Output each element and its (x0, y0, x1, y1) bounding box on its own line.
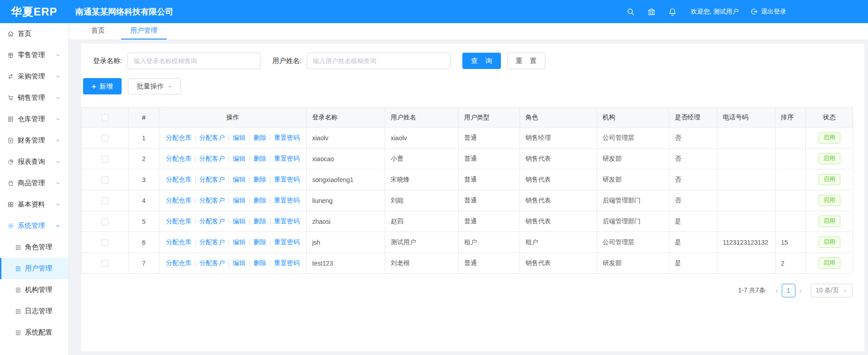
sidebar-subitem-log[interactable]: 日志管理 (0, 301, 69, 322)
cell-org: 公司管理层 (597, 232, 669, 253)
edit-link[interactable]: 编辑 (233, 259, 245, 266)
sidebar-item-system[interactable]: 系统管理 (0, 215, 69, 237)
reset-password-link[interactable]: 重置密码 (274, 155, 299, 162)
assign-customer-link[interactable]: 分配客户 (199, 155, 225, 162)
delete-link[interactable]: 删除 (254, 238, 266, 246)
sidebar-item-products[interactable]: 商品管理 (0, 173, 69, 194)
edit-link[interactable]: 编辑 (233, 155, 245, 162)
table-row: 4分配仓库|分配客户|编辑|删除|重置密码liuneng刘能普通销售代表后端管理… (82, 190, 853, 211)
delete-link[interactable]: 删除 (254, 155, 266, 162)
home-icon (7, 30, 14, 37)
assign-warehouse-link[interactable]: 分配仓库 (166, 238, 191, 246)
reset-button[interactable]: 重 置 (507, 53, 545, 69)
action-separator: | (270, 217, 271, 225)
assign-customer-link[interactable]: 分配客户 (199, 197, 225, 204)
row-checkbox[interactable] (102, 197, 108, 204)
row-index: 7 (129, 253, 159, 274)
row-checkbox[interactable] (102, 156, 108, 163)
assign-warehouse-link[interactable]: 分配仓库 (166, 259, 191, 266)
column-header-user-type: 用户类型 (459, 108, 520, 128)
sidebar-item-label: 机构管理 (25, 286, 52, 294)
action-separator: | (270, 197, 271, 204)
tab-bar: 首页 用户管理 (69, 23, 868, 40)
select-all-checkbox[interactable] (102, 114, 108, 121)
assign-customer-link[interactable]: 分配客户 (199, 217, 225, 225)
row-checkbox[interactable] (102, 260, 108, 267)
row-checkbox[interactable] (102, 135, 108, 142)
next-page-button[interactable]: › (795, 286, 805, 295)
assign-warehouse-link[interactable]: 分配仓库 (166, 176, 191, 183)
bell-icon[interactable] (668, 7, 677, 16)
sidebar-item-home[interactable]: 首页 (0, 23, 69, 44)
row-checkbox[interactable] (102, 177, 108, 183)
assign-customer-link[interactable]: 分配客户 (199, 238, 225, 246)
edit-link[interactable]: 编辑 (233, 238, 245, 246)
sidebar-item-basic-data[interactable]: 基本资料 (0, 194, 69, 215)
sidebar-subitem-org[interactable]: 机构管理 (0, 279, 69, 301)
user-name-input[interactable] (307, 53, 451, 69)
row-checkbox[interactable] (102, 218, 108, 225)
row-checkbox[interactable] (102, 239, 108, 246)
column-header-login-name: 登录名称 (307, 108, 385, 128)
sidebar-item-finance[interactable]: 财务管理 (0, 130, 69, 151)
sidebar-item-purchase[interactable]: 采购管理 (0, 66, 69, 87)
logout-button[interactable]: 退出登录 (750, 8, 786, 16)
sidebar-item-warehouse[interactable]: 仓库管理 (0, 108, 69, 130)
edit-link[interactable]: 编辑 (233, 197, 245, 204)
tab-user-management[interactable]: 用户管理 (121, 23, 167, 39)
reset-password-link[interactable]: 重置密码 (274, 176, 299, 183)
edit-link[interactable]: 编辑 (233, 134, 245, 141)
cell-sort (775, 211, 806, 232)
query-button[interactable]: 查 询 (462, 53, 500, 69)
cell-phone (717, 148, 775, 169)
delete-link[interactable]: 删除 (254, 176, 266, 183)
row-index: 2 (129, 148, 159, 169)
status-badge: 启用 (819, 257, 840, 269)
cell-is-manager: 否 (669, 190, 717, 211)
delete-link[interactable]: 删除 (254, 217, 266, 225)
reset-password-link[interactable]: 重置密码 (274, 217, 299, 225)
row-select-cell (82, 128, 129, 148)
row-index: 1 (129, 128, 159, 148)
cell-user-type: 普通 (459, 253, 520, 274)
add-button[interactable]: + 新增 (83, 78, 122, 94)
logout-icon (750, 8, 758, 15)
sidebar-subitem-user[interactable]: 用户管理 (0, 258, 69, 279)
sidebar-item-retail[interactable]: 零售管理 (0, 44, 69, 66)
assign-warehouse-link[interactable]: 分配仓库 (166, 134, 191, 141)
assign-warehouse-link[interactable]: 分配仓库 (166, 197, 191, 204)
delete-link[interactable]: 删除 (254, 259, 266, 266)
reset-password-link[interactable]: 重置密码 (274, 134, 299, 141)
assign-customer-link[interactable]: 分配客户 (199, 134, 225, 141)
prev-page-button[interactable]: ‹ (772, 286, 782, 295)
delete-link[interactable]: 删除 (254, 197, 266, 204)
reset-password-link[interactable]: 重置密码 (274, 259, 299, 266)
tab-home[interactable]: 首页 (82, 23, 114, 39)
cell-user-name: 刘老根 (385, 253, 459, 274)
cell-phone (717, 190, 775, 211)
search-icon[interactable] (626, 7, 635, 16)
bank-icon[interactable] (647, 7, 656, 16)
edit-link[interactable]: 编辑 (233, 176, 245, 183)
sidebar-item-sales[interactable]: 销售管理 (0, 87, 69, 108)
sidebar-item-reports[interactable]: 报表查询 (0, 151, 69, 173)
assign-customer-link[interactable]: 分配客户 (199, 176, 225, 183)
sidebar-item-label: 财务管理 (18, 136, 45, 145)
chevron-down-icon (55, 159, 60, 164)
edit-link[interactable]: 编辑 (233, 217, 245, 225)
sidebar: 首页 零售管理 采购管理 销售管理 仓库管理 财务管理 (0, 23, 69, 355)
sidebar-subitem-config[interactable]: 系统配置 (0, 322, 69, 343)
batch-operations-button[interactable]: 批量操作 (128, 78, 181, 94)
assign-customer-link[interactable]: 分配客户 (199, 259, 225, 266)
page-size-select[interactable]: 10 条/页 (811, 284, 853, 297)
delete-link[interactable]: 删除 (254, 134, 266, 141)
login-name-input[interactable] (128, 53, 260, 69)
assign-warehouse-link[interactable]: 分配仓库 (166, 155, 191, 162)
sidebar-subitem-role[interactable]: 角色管理 (0, 237, 69, 258)
reset-password-link[interactable]: 重置密码 (274, 238, 299, 246)
assign-warehouse-link[interactable]: 分配仓库 (166, 217, 191, 225)
row-index: 6 (129, 232, 159, 253)
reset-password-link[interactable]: 重置密码 (274, 197, 299, 204)
current-page-button[interactable]: 1 (782, 284, 795, 297)
cell-is-manager: 否 (669, 128, 717, 148)
